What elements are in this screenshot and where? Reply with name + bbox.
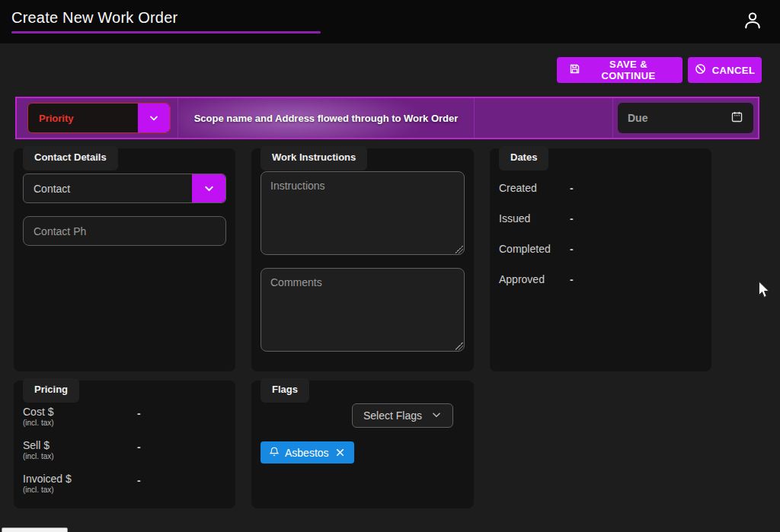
contact-select-value: Contact [24,174,192,202]
price-value: - [137,473,141,486]
due-date-field[interactable]: Due [618,103,753,133]
price-row-cost: Cost $ (incl. tax) - [23,403,226,437]
priority-chevron-down-icon[interactable] [138,104,170,132]
date-label: Completed [499,243,570,255]
pricing-title: Pricing [23,378,79,403]
contact-phone-input[interactable] [23,216,226,246]
contact-chevron-down-icon[interactable] [192,174,225,202]
date-value: - [570,273,574,285]
price-sublabel: (incl. tax) [23,486,137,494]
scope-segment: Scope name and Address flowed through to… [178,98,475,138]
bell-icon [269,446,280,460]
date-row-issued: Issued - [499,203,702,234]
flag-chip-label: Asbestos [285,447,329,459]
priority-select[interactable]: Priority [27,103,171,133]
pricing-rows: Cost $ (incl. tax) - Sell $ (incl. tax) … [23,403,226,504]
date-value: - [570,243,574,255]
date-label: Issued [499,212,570,225]
price-label: Sell $ [23,439,137,451]
priority-select-value: Priority [28,104,138,132]
cancel-icon [695,63,706,77]
comments-textarea[interactable] [261,268,465,352]
contact-details-panel: Contact Details Contact [14,148,235,371]
date-row-created: Created - [499,173,702,203]
date-label: Created [499,182,570,194]
date-row-approved: Approved - [499,264,702,295]
date-value: - [570,212,574,225]
instructions-textarea[interactable] [261,171,465,255]
scope-address-text: Scope name and Address flowed through to… [194,113,459,124]
title-underline [11,31,321,33]
dates-rows: Created - Issued - Completed - Approved … [499,173,702,295]
flag-chip-asbestos[interactable]: Asbestos [261,441,354,464]
bottom-partial-element[interactable] [2,527,68,532]
price-value: - [137,439,141,453]
save-button-label: SAVE & CONTINUE [587,59,670,81]
date-label: Approved [499,273,570,285]
flags-title: Flags [261,378,309,403]
banner-empty-segment [475,98,613,138]
calendar-icon[interactable] [730,110,743,126]
cancel-button-label: CANCEL [712,65,756,76]
work-instructions-panel: Work Instructions [251,148,474,371]
dates-panel: Dates Created - Issued - Completed - App… [490,148,711,371]
dates-title: Dates [499,146,548,170]
app-header: Create New Work Order [0,0,780,43]
contact-details-title: Contact Details [23,146,118,170]
mouse-cursor [758,281,772,302]
price-label: Cost $ [23,406,137,418]
save-icon [569,63,580,77]
save-continue-button[interactable]: SAVE & CONTINUE [557,57,682,83]
price-row-sell: Sell $ (incl. tax) - [23,437,226,470]
price-sublabel: (incl. tax) [23,452,137,460]
flags-chevron-down-icon [431,409,442,422]
pricing-panel: Pricing Cost $ (incl. tax) - Sell $ (inc… [14,381,235,508]
flags-panel: Flags Select Flags Asbestos [251,381,474,508]
contact-select[interactable]: Contact [23,174,226,203]
date-value: - [570,182,574,194]
select-flags-label: Select Flags [363,409,422,422]
price-sublabel: (incl. tax) [23,419,137,427]
price-label: Invoiced $ [23,473,137,485]
work-instructions-title: Work Instructions [261,146,367,170]
cancel-button[interactable]: CANCEL [688,57,762,83]
select-flags-dropdown[interactable]: Select Flags [352,403,453,428]
due-segment: Due [613,98,758,138]
due-date-placeholder: Due [628,112,730,124]
date-row-completed: Completed - [499,234,702,264]
remove-flag-icon[interactable] [334,447,346,458]
price-row-invoiced: Invoiced $ (incl. tax) - [23,470,226,504]
price-value: - [137,406,141,419]
user-account-icon[interactable] [742,10,763,31]
work-order-banner: Priority Scope name and Address flowed t… [15,97,759,139]
priority-segment: Priority [17,98,178,138]
page-title: Create New Work Order [11,9,177,27]
